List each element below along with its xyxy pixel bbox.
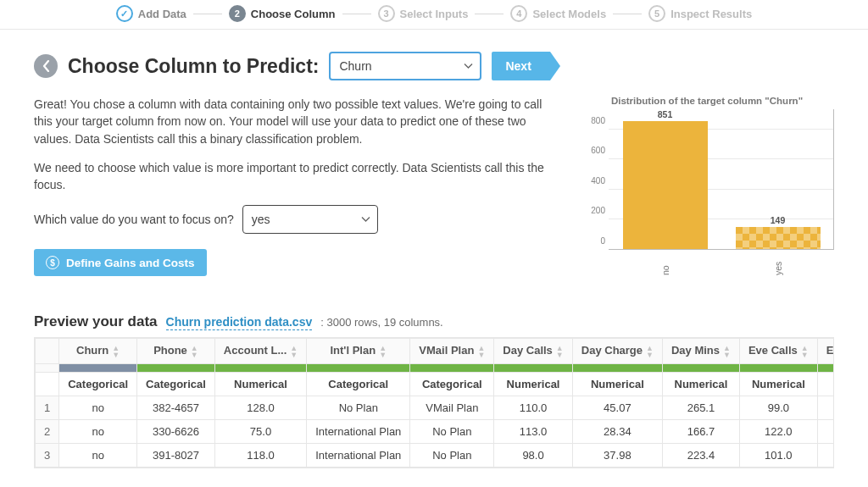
step-separator bbox=[475, 14, 504, 14]
column-header[interactable]: Phone▲▼ bbox=[137, 339, 215, 364]
column-name: Account L... bbox=[224, 344, 287, 357]
file-link[interactable]: Churn prediction data.csv bbox=[166, 315, 313, 330]
back-button[interactable] bbox=[34, 54, 58, 78]
next-button-label: Next bbox=[505, 59, 531, 73]
cell: 37.98 bbox=[572, 444, 662, 468]
step-label: Select Models bbox=[532, 8, 606, 20]
bars-area: 851149 bbox=[609, 114, 834, 250]
column-type: Numerical bbox=[214, 373, 306, 396]
explanation-panel: Great! You chose a column with data cont… bbox=[34, 96, 554, 276]
cell: 110.0 bbox=[494, 396, 572, 420]
column-type: Categorical bbox=[59, 373, 137, 396]
cell: no bbox=[59, 396, 137, 420]
step-label: Select Inputs bbox=[400, 8, 469, 20]
step-4[interactable]: 4Select Models bbox=[510, 5, 606, 22]
cell: 118.0 bbox=[214, 444, 306, 468]
stepper: ✓Add Data2Choose Column3Select Inputs4Se… bbox=[0, 0, 868, 30]
bar-value-label: 851 bbox=[658, 109, 673, 119]
cell: No Plan bbox=[307, 396, 410, 420]
focus-prompt: Which value do you want to focus on? bbox=[34, 213, 234, 226]
target-column-select[interactable]: Churn bbox=[329, 52, 481, 80]
column-header[interactable]: Eve Calls▲▼ bbox=[739, 339, 817, 364]
chevron-down-icon bbox=[361, 217, 370, 223]
column-stripe bbox=[662, 364, 739, 373]
chevron-down-icon bbox=[464, 64, 473, 69]
types-corner bbox=[36, 373, 59, 396]
cell: 101.0 bbox=[739, 444, 817, 468]
bar bbox=[736, 227, 821, 249]
define-gains-costs-label: Define Gains and Costs bbox=[66, 257, 195, 269]
step-3[interactable]: 3Select Inputs bbox=[378, 5, 469, 22]
column-header[interactable]: Int'l Plan▲▼ bbox=[307, 339, 410, 364]
column-type: Categorical bbox=[410, 373, 494, 396]
cell: 45.07 bbox=[572, 396, 662, 420]
explanation-para-1: Great! You chose a column with data cont… bbox=[34, 96, 554, 147]
row-number: 3 bbox=[36, 444, 59, 468]
distribution-chart: Distribution of the target column "Churn… bbox=[580, 96, 834, 276]
bar-value-label: 149 bbox=[771, 215, 786, 225]
column-type: Numerical bbox=[739, 373, 817, 396]
table-row: 2no330-662675.0International PlanNo Plan… bbox=[36, 420, 835, 444]
column-header[interactable]: Eve Cha▲▼ bbox=[817, 339, 834, 364]
dollar-icon: $ bbox=[46, 256, 59, 269]
cell: 382-4657 bbox=[137, 396, 215, 420]
next-button[interactable]: Next bbox=[492, 52, 549, 80]
step-5[interactable]: 5Inspect Results bbox=[648, 5, 752, 22]
step-2[interactable]: 2Choose Column bbox=[229, 5, 336, 22]
column-header[interactable]: Day Mins▲▼ bbox=[662, 339, 739, 364]
cell: International Plan bbox=[307, 420, 410, 444]
column-stripe bbox=[494, 364, 572, 373]
row-number: 1 bbox=[36, 396, 59, 420]
column-type: Numerical bbox=[494, 373, 572, 396]
column-name: Day Charge bbox=[581, 344, 643, 357]
cell: 330-6626 bbox=[137, 420, 215, 444]
bar bbox=[623, 121, 708, 249]
cell: 166.7 bbox=[662, 420, 739, 444]
cell: 18. bbox=[817, 444, 834, 468]
focus-value-select[interactable]: yes bbox=[242, 205, 378, 234]
cell: 223.4 bbox=[662, 444, 739, 468]
cell: 128.0 bbox=[214, 396, 306, 420]
step-circle: 3 bbox=[378, 5, 395, 22]
column-header[interactable]: Account L...▲▼ bbox=[214, 339, 306, 364]
step-label: Choose Column bbox=[251, 8, 336, 20]
xlabels: noyes bbox=[609, 253, 834, 275]
column-name: Phone bbox=[153, 344, 187, 357]
cell: 28.34 bbox=[572, 420, 662, 444]
column-stripe bbox=[307, 364, 410, 373]
sort-icon: ▲▼ bbox=[801, 345, 809, 358]
xlabel: no bbox=[660, 253, 670, 275]
step-label: Add Data bbox=[138, 8, 186, 20]
column-header[interactable]: Day Calls▲▼ bbox=[494, 339, 572, 364]
column-type: Nume bbox=[817, 373, 834, 396]
bar-col-no: 851 bbox=[623, 121, 708, 249]
step-1[interactable]: ✓Add Data bbox=[116, 5, 186, 22]
cell: No Plan bbox=[410, 444, 494, 468]
data-preview-table[interactable]: Churn▲▼Phone▲▼Account L...▲▼Int'l Plan▲▼… bbox=[34, 337, 834, 468]
column-header[interactable]: Churn▲▼ bbox=[59, 339, 137, 364]
column-type: Categorical bbox=[307, 373, 410, 396]
cell: 265.1 bbox=[662, 396, 739, 420]
cell: 12. bbox=[817, 420, 834, 444]
column-stripe bbox=[410, 364, 494, 373]
sort-icon: ▲▼ bbox=[723, 345, 731, 358]
sort-icon: ▲▼ bbox=[646, 345, 654, 358]
column-stripe bbox=[572, 364, 662, 373]
column-stripe bbox=[739, 364, 817, 373]
step-separator bbox=[342, 14, 371, 14]
column-header[interactable]: VMail Plan▲▼ bbox=[410, 339, 494, 364]
column-header[interactable]: Day Charge▲▼ bbox=[572, 339, 662, 364]
table-row: 1no382-4657128.0No PlanVMail Plan110.045… bbox=[36, 396, 835, 420]
column-stripe bbox=[817, 364, 834, 373]
cell: International Plan bbox=[307, 444, 410, 468]
sort-icon: ▲▼ bbox=[556, 345, 564, 358]
step-circle: ✓ bbox=[116, 5, 133, 22]
page-header: Choose Column to Predict: Churn Next bbox=[34, 52, 834, 80]
sort-icon: ▲▼ bbox=[290, 345, 298, 358]
define-gains-costs-button[interactable]: $ Define Gains and Costs bbox=[34, 249, 207, 276]
column-type: Numerical bbox=[572, 373, 662, 396]
cell: 122.0 bbox=[739, 420, 817, 444]
sort-icon: ▲▼ bbox=[477, 345, 485, 358]
cell: No Plan bbox=[410, 420, 494, 444]
sort-icon: ▲▼ bbox=[379, 345, 387, 358]
